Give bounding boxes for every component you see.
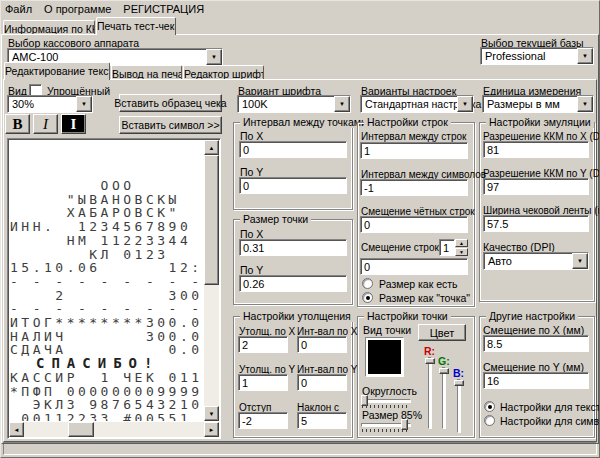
units-select[interactable]: Размеры в мм ▼ — [482, 95, 594, 113]
quality-select[interactable]: Авто ▼ — [483, 252, 589, 270]
offset-x-field[interactable]: 8.5 — [483, 335, 589, 352]
dot-preview-swatch — [368, 340, 401, 374]
roundness-slider[interactable] — [361, 399, 411, 403]
dpi-y-field[interactable]: 97 — [483, 178, 589, 195]
chevron-down-icon[interactable]: ▼ — [206, 49, 222, 65]
thick-y-field[interactable]: 1 — [238, 374, 288, 391]
slant-field[interactable]: 5 — [297, 412, 347, 429]
chevron-down-icon[interactable]: ▼ — [76, 96, 92, 112]
subtab-print[interactable]: Вывод на печать — [111, 65, 182, 79]
b-slider-thumb[interactable] — [454, 380, 464, 386]
g-slider[interactable] — [442, 367, 446, 429]
scroll-down-icon[interactable]: ▼ — [204, 406, 219, 421]
receipt-line: ООО — [10, 179, 203, 193]
italic-button[interactable]: I — [33, 114, 58, 134]
dot-preview-box — [365, 337, 404, 377]
thickening-title: Настройки утолщения — [240, 311, 354, 322]
dot-interval-y-field[interactable]: 0 — [239, 177, 347, 194]
tape-width-field[interactable]: 57.5 — [483, 215, 589, 232]
chevron-down-icon[interactable]: ▼ — [457, 96, 473, 112]
base-select[interactable]: Professional ▼ — [480, 47, 594, 65]
spin-up-icon[interactable]: ▲ — [455, 239, 468, 247]
char-interval-field[interactable]: -1 — [360, 179, 468, 196]
dot-interval-x-field[interactable]: 0 — [239, 141, 347, 158]
chevron-down-icon[interactable]: ▼ — [572, 253, 588, 269]
emulation-title: Настройки эмуляции — [486, 117, 594, 128]
receipt-line-thanks: СПАСИБО! — [10, 357, 203, 371]
chevron-down-icon[interactable]: ▼ — [577, 48, 593, 64]
receipt-line: ХАБАРОВСК" — [10, 206, 203, 220]
dot-size-slider-label: Размер 85% — [362, 410, 422, 421]
scroll-left-icon[interactable]: ◄ — [9, 422, 24, 437]
dot-size-title: Размер точки — [240, 214, 311, 225]
roundness-slider-thumb[interactable] — [361, 395, 368, 406]
subtab-edit-text[interactable]: Редактирование текста — [4, 62, 110, 80]
r-slider[interactable] — [428, 357, 432, 429]
dot-view-label: Вид точки — [363, 325, 411, 336]
int-y-field[interactable]: 0 — [297, 374, 347, 391]
dpi-x-field[interactable]: 81 — [483, 141, 589, 158]
color-button[interactable]: Цвет — [418, 324, 466, 341]
line-shift-field[interactable]: 0 — [360, 258, 468, 275]
other-settings-title: Другие настройки — [486, 311, 578, 322]
even-shift-field[interactable]: 0 — [360, 216, 468, 233]
receipt-line: ЭКЛЗ 9876543210 — [10, 398, 203, 412]
receipt-line: ИТОГ********300.00 — [10, 316, 203, 330]
scroll-up-icon[interactable]: ▲ — [204, 140, 219, 155]
quality-value: Авто — [488, 255, 512, 267]
settings-for-symbols-radio[interactable] — [484, 415, 495, 426]
settings-for-text-radio[interactable] — [484, 401, 495, 412]
zoom-select[interactable]: 30% ▼ — [7, 95, 93, 113]
receipt-line: КЛ 0123 — [10, 248, 203, 262]
g-slider-label: G: — [438, 356, 450, 367]
receipt-preview[interactable]: ООО "ЫВАНОВСКЫ ХАБАРОВСК" ИНН. 123456789… — [7, 138, 221, 439]
size-as-dot-label: Размер как "точка" — [379, 293, 470, 304]
b-slider[interactable] — [457, 379, 461, 433]
spin-down-icon[interactable]: ▼ — [455, 248, 468, 256]
g-slider-thumb[interactable] — [439, 368, 449, 374]
vscroll-thumb[interactable] — [204, 155, 219, 285]
presets-select[interactable]: Стандартная настройка ▼ — [360, 95, 474, 113]
size-as-is-radio[interactable] — [362, 278, 373, 289]
line-interval-label: Интервал между строк — [361, 131, 466, 142]
font-variant-value: 100K — [242, 98, 268, 110]
receipt-line: КАССИР 1 ЧЕК 011 — [10, 371, 203, 385]
menu-registration[interactable]: РЕГИСТРАЦИЯ — [119, 1, 212, 18]
line-shift-label: Смещение строки — [361, 242, 444, 253]
chevron-down-icon[interactable]: ▼ — [334, 96, 350, 112]
dot-size-y-field[interactable]: 0.26 — [239, 275, 347, 292]
hscroll-thumb[interactable] — [68, 422, 94, 437]
offset-y-field[interactable]: 16 — [483, 372, 589, 389]
dot-size-slider-thumb[interactable] — [401, 419, 408, 430]
insert-sample-button[interactable]: Вставить образец чека — [119, 94, 222, 112]
settings-for-symbols-label: Настройки для симв. — [500, 416, 600, 427]
tab-kkm-info[interactable]: Информация по ККМ — [3, 20, 95, 34]
application-window: Файл О программе РЕГИСТРАЦИЯ Информация … — [0, 0, 600, 458]
receipt-line: 2 300.00 — [10, 289, 203, 303]
receipt-line: 15.10.06 12:00 — [10, 261, 203, 275]
subtab-fonts[interactable]: Редактор шрифтов — [183, 65, 264, 79]
receipt-line: 00112233 #00551 — [10, 412, 203, 421]
indent-field[interactable]: -2 — [238, 412, 288, 429]
font-variant-select[interactable]: 100K ▼ — [237, 95, 351, 113]
menu-about[interactable]: О программе — [40, 1, 119, 18]
receipt-hscrollbar[interactable] — [9, 422, 219, 437]
insert-symbol-button[interactable]: Вставить символ >> — [119, 116, 222, 134]
receipt-line: *ПФП 000000009999 — [10, 385, 203, 399]
r-slider-thumb[interactable] — [425, 358, 435, 364]
dot-size-x-field[interactable]: 0.31 — [239, 239, 347, 256]
inverted-button[interactable]: I — [61, 114, 86, 134]
line-interval-field[interactable]: 1 — [360, 142, 468, 159]
chevron-down-icon[interactable]: ▼ — [577, 96, 593, 112]
tab-print-test[interactable]: Печать тест-чека — [96, 17, 176, 35]
thick-x-field[interactable]: 2 — [238, 336, 288, 353]
receipt-line: НМ 11223344 — [10, 234, 203, 248]
receipt-line: ИНН. 1234567890 — [10, 220, 203, 234]
menu-file[interactable]: Файл — [1, 1, 40, 18]
receipt-text: ООО "ЫВАНОВСКЫ ХАБАРОВСК" ИНН. 123456789… — [10, 141, 203, 421]
bold-button[interactable]: B — [5, 114, 30, 134]
size-as-dot-radio[interactable] — [362, 292, 373, 303]
line-shift-spin-field[interactable]: 1 — [439, 239, 455, 256]
int-x-field[interactable]: 0 — [297, 336, 347, 353]
scroll-right-icon[interactable]: ► — [204, 422, 219, 437]
